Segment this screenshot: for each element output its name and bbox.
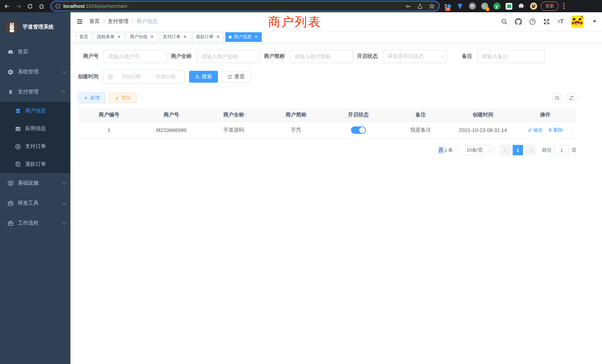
password-key-icon[interactable] — [405, 3, 411, 9]
breadcrumb-pay[interactable]: 支付管理 — [108, 18, 129, 25]
page-number-1[interactable]: 1 — [513, 145, 523, 155]
sidebar-extension-icon[interactable]: 10 — [444, 2, 452, 10]
add-button[interactable]: 新增 — [78, 93, 105, 103]
tab-user-group[interactable]: 用户分组✕ — [126, 32, 158, 42]
reset-button[interactable]: 重置 — [222, 71, 251, 83]
status-select[interactable]: 请选择开启状态 — [383, 50, 447, 63]
avatar-dropdown-caret[interactable] — [593, 20, 596, 23]
gear-icon — [7, 69, 14, 75]
browser-reload-icon[interactable] — [27, 3, 33, 10]
github-icon[interactable] — [515, 18, 522, 25]
sidebar-item-pay[interactable]: ¥ 支付管理 — [0, 82, 70, 102]
merchant-no-input[interactable] — [103, 50, 167, 63]
prev-page-button[interactable] — [500, 145, 510, 155]
app-title: 芋道管理系统 — [23, 24, 54, 30]
browser-menu-icon[interactable] — [563, 3, 564, 9]
extensions-area: 10 ⌘ 1 y — [444, 2, 537, 10]
refresh-icon — [569, 96, 574, 100]
close-icon[interactable]: ✕ — [216, 34, 220, 39]
pagination-jump: 前往 页 — [542, 145, 576, 155]
sidebar-item-refund-order[interactable]: 退款订单 — [0, 155, 70, 173]
page-content: 商户号 商户全称 商户简称 开启状态 请选择开启状态 — [70, 43, 602, 364]
sidebar-collapse-icon[interactable] — [76, 18, 83, 25]
profile-emoji-icon[interactable] — [530, 2, 537, 10]
grid-icon — [15, 126, 21, 132]
fullscreen-icon[interactable] — [543, 18, 550, 25]
create-time-range-picker[interactable]: 开始日期 - 结束日期 — [103, 70, 185, 83]
tab-pay-order[interactable]: 支付订单✕ — [159, 32, 191, 42]
full-name-input[interactable] — [196, 50, 260, 63]
navbar-actions: TT — [501, 15, 596, 28]
chat-extension-icon[interactable] — [505, 2, 513, 10]
share-icon[interactable] — [417, 3, 423, 9]
next-page-button[interactable] — [525, 145, 536, 155]
sidebar-item-system[interactable]: 系统管理 — [0, 62, 70, 82]
table-toolbar: 新增 导出 — [78, 93, 576, 103]
sidebar-item-home[interactable]: 首页 — [0, 42, 70, 62]
close-icon[interactable]: ✕ — [183, 34, 187, 39]
filter-row-2: 创建时间 开始日期 - 结束日期 搜索 重置 — [78, 70, 602, 83]
page-info-icon[interactable] — [55, 3, 60, 9]
cell-create-time: 2021-10-23 08:31:14 — [452, 127, 514, 133]
extensions-puzzle-icon[interactable] — [517, 2, 525, 10]
y-extension-icon[interactable]: y — [493, 2, 500, 10]
table-row: 1 M233666999 芋道源码 芋艿 我是备注 2021-10-23 08:… — [78, 122, 576, 139]
sidebar-item-pay-order[interactable]: 支付订单 — [0, 138, 70, 155]
top-navbar: 首页 / 支付管理 / 商户信息 TT — [70, 12, 602, 31]
page-size-select[interactable]: 10条/页 — [457, 145, 494, 155]
delete-button[interactable]: 删除 — [548, 127, 563, 133]
recorder-extension-icon[interactable]: 1 — [481, 2, 488, 10]
start-date-placeholder[interactable]: 开始日期 — [116, 73, 146, 80]
close-icon[interactable]: ✕ — [117, 34, 121, 39]
export-button[interactable]: 导出 — [109, 93, 136, 103]
header-search-icon[interactable] — [501, 18, 508, 25]
merchant-table: 商户编号 商户号 商户全称 商户简称 开启状态 备注 创建时间 操作 1 M23… — [78, 108, 576, 139]
tab-refund-order[interactable]: 退款订单✕ — [192, 32, 224, 42]
documents-icon — [15, 161, 21, 167]
browser-forward-icon[interactable] — [15, 3, 22, 10]
sidebar-item-app-info[interactable]: 应用信息 — [0, 120, 70, 138]
app-logo-row[interactable]: 芋道管理系统 — [0, 12, 70, 42]
tab-home[interactable]: 首页 — [76, 32, 92, 42]
command-extension-icon[interactable]: ⌘ — [469, 2, 476, 10]
table-header-row: 商户编号 商户号 商户全称 商户简称 开启状态 备注 创建时间 操作 — [78, 108, 576, 122]
breadcrumb-home[interactable]: 首页 — [89, 18, 100, 25]
sidebar-item-merchant-info[interactable]: 商户信息 — [0, 102, 70, 120]
browser-home-icon[interactable] — [38, 3, 45, 10]
cell-full-name: 芋道源码 — [203, 127, 265, 133]
kite-extension-icon[interactable] — [456, 2, 464, 10]
show-search-toggle-button[interactable] — [552, 93, 562, 103]
bookmark-star-icon[interactable] — [429, 3, 435, 9]
create-time-label: 创建时间 — [78, 73, 103, 80]
close-icon[interactable]: ✕ — [150, 34, 154, 39]
sidebar-item-workflow[interactable]: 工作流程 — [0, 213, 70, 233]
screen: localhost:1024/pay/merchant 10 ⌘ 1 y — [0, 0, 602, 364]
pagination-total: 共 1 条 — [439, 147, 453, 153]
search-button[interactable]: 搜索 — [189, 71, 218, 83]
short-name-label: 商户简称 — [264, 53, 290, 60]
goto-page-input[interactable] — [554, 145, 569, 155]
sidebar-item-dev-tools[interactable]: 研发工具 — [0, 193, 70, 213]
annotation-merchant-list: 商户列表 — [268, 14, 321, 30]
remark-input[interactable] — [477, 50, 545, 63]
user-avatar-pikachu[interactable] — [571, 15, 583, 28]
tab-merchant-info[interactable]: 商户信息✕ — [225, 32, 262, 42]
chrome-update-button[interactable]: 更新 — [541, 1, 559, 11]
refresh-table-button[interactable] — [566, 93, 576, 103]
help-icon[interactable] — [529, 18, 536, 25]
edit-button[interactable]: 修改 — [527, 127, 543, 133]
plus-icon — [83, 96, 88, 100]
end-date-placeholder[interactable]: 结束日期 — [151, 73, 181, 80]
tags-view-bar: 首页 流程表单✕ 用户分组✕ 支付订单✕ 退款订单✕ 商户信息✕ — [70, 31, 602, 43]
close-icon[interactable]: ✕ — [254, 34, 258, 39]
tab-process-form[interactable]: 流程表单✕ — [93, 32, 125, 42]
browser-back-icon[interactable] — [4, 3, 10, 10]
full-name-label: 商户全称 — [171, 53, 196, 60]
sidebar-item-infra[interactable]: 基础设施 — [0, 173, 70, 193]
url-text[interactable]: localhost:1024/pay/merchant — [63, 3, 399, 9]
cell-merchant-id: 1 — [78, 127, 140, 133]
address-bar[interactable]: localhost:1024/pay/merchant — [51, 1, 439, 11]
short-name-input[interactable] — [290, 50, 353, 63]
status-toggle[interactable] — [351, 126, 366, 134]
font-size-icon[interactable]: TT — [557, 18, 564, 25]
